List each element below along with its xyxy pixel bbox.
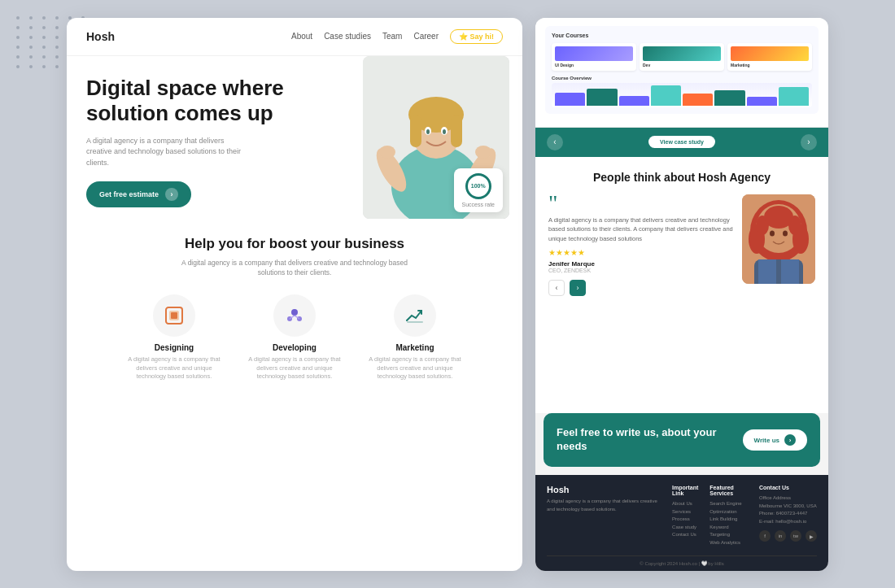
chart-bar-7 xyxy=(747,97,777,105)
footer-service-seo[interactable]: Search Engine Optimization xyxy=(709,500,748,516)
chart-bar-5 xyxy=(683,94,713,105)
footer-col-about: Hosh A digital agency is a company that … xyxy=(547,485,661,547)
nav-link-about[interactable]: About xyxy=(291,32,312,41)
social-youtube-icon[interactable]: ▶ xyxy=(806,530,817,542)
nav-link-case[interactable]: Case studies xyxy=(324,32,371,41)
reviewer-name: Jenifer Marque xyxy=(548,260,734,268)
chart-bar-4 xyxy=(651,85,681,106)
svg-point-10 xyxy=(426,129,430,134)
success-label: Success rate xyxy=(462,202,495,207)
footer-service-keyword[interactable]: Keyword Targeting xyxy=(709,524,748,539)
services-title: Help you for boost your business xyxy=(86,235,503,253)
developing-desc: A digital agency is a company that deliv… xyxy=(246,355,343,381)
success-value: 100% xyxy=(471,183,486,189)
courses-section: Your Courses UI Design Dev Marketing xyxy=(535,18,828,128)
footer-link-about[interactable]: About Us xyxy=(672,500,698,508)
navbar: Hosh About Case studies Team Career ⭐ Sa… xyxy=(67,18,522,56)
footer-contact-city: Melbourne VIC 3000, USA xyxy=(759,503,817,511)
footer-links-title: Important Link xyxy=(672,485,698,496)
testimonial-content: " A digital agency is a company that del… xyxy=(548,194,734,296)
designing-icon xyxy=(153,294,195,337)
service-item-marketing: Marketing A digital agency is a company … xyxy=(366,294,464,381)
write-us-label: Write us xyxy=(754,437,779,444)
footer-link-case[interactable]: Case study xyxy=(672,524,698,532)
footer-contact-phone: Phone: 6400723-4447 xyxy=(759,510,817,518)
hero-image: 100% Success rate xyxy=(363,56,509,219)
quote-mark: " xyxy=(548,194,734,212)
reviewer-title: CEO, ZENDESK xyxy=(548,268,734,273)
right-panel: Your Courses UI Design Dev Marketing xyxy=(535,18,828,571)
course-card-img-2 xyxy=(731,46,809,61)
svg-point-13 xyxy=(475,146,491,159)
services-grid: Designing A digital agency is a company … xyxy=(86,294,503,381)
left-panel: Hosh About Case studies Team Career ⭐ Sa… xyxy=(67,18,522,571)
designing-name: Designing xyxy=(155,343,194,352)
nav-sayhi-button[interactable]: ⭐ Say hi! xyxy=(450,29,503,44)
chart-bar-6 xyxy=(714,90,744,105)
case-study-prev-button[interactable]: ‹ xyxy=(547,134,563,150)
reviewer-illustration xyxy=(742,194,815,284)
view-case-study-button[interactable]: View case study xyxy=(648,136,715,148)
svg-point-30 xyxy=(764,206,793,229)
footer-col-links: Important Link About Us Services Process… xyxy=(672,485,698,547)
services-section: Help you for boost your business A digit… xyxy=(67,219,522,381)
chart-bar-3 xyxy=(619,96,649,106)
social-twitter-icon[interactable]: tw xyxy=(790,530,801,542)
case-study-next-button[interactable]: › xyxy=(801,134,817,150)
write-us-section: Feel free to write us, about your needs … xyxy=(544,413,820,467)
courses-header: Your Courses xyxy=(552,33,812,38)
get-estimate-label: Get free estimate xyxy=(99,190,159,198)
svg-point-32 xyxy=(783,230,788,236)
footer-bottom: © Copyright 2024 Hosh.co | 🤍 by Hills xyxy=(547,555,817,566)
footer-grid: Hosh A digital agency is a company that … xyxy=(547,485,817,547)
hero-section: Digital space where solution comes up A … xyxy=(67,56,522,219)
nav-link-team[interactable]: Team xyxy=(382,32,402,41)
footer-service-analytics[interactable]: Web Analytics xyxy=(709,539,748,547)
course-card-0: UI Design xyxy=(552,43,636,71)
nav-logo: Hosh xyxy=(86,30,115,43)
testimonial-next-button[interactable]: › xyxy=(570,280,586,296)
chart-bar-1 xyxy=(555,93,585,106)
testimonial-nav: ‹ › xyxy=(548,280,734,296)
write-us-text: Feel free to write us, about your needs xyxy=(557,426,743,454)
svg-rect-7 xyxy=(451,115,462,147)
nav-link-career[interactable]: Career xyxy=(413,32,439,41)
footer-contact-email: E-mail: hello@hosh.io xyxy=(759,518,817,526)
chart-mini xyxy=(552,83,812,107)
write-us-button[interactable]: Write us › xyxy=(743,429,807,451)
course-card-label-0: UI Design xyxy=(555,63,633,68)
main-wrapper: Hosh About Case studies Team Career ⭐ Sa… xyxy=(0,0,895,588)
testimonial-card: " A digital agency is a company that del… xyxy=(548,194,815,296)
footer-link-contact[interactable]: Contact Us xyxy=(672,531,698,539)
svg-rect-6 xyxy=(410,115,421,147)
chart-bar-8 xyxy=(779,87,809,105)
marketing-desc: A digital agency is a company that deliv… xyxy=(366,355,464,381)
hero-text: Digital space where solution comes up A … xyxy=(86,76,316,208)
service-item-designing: Designing A digital agency is a company … xyxy=(125,294,223,381)
footer-contact-title: Contact Us xyxy=(759,485,817,490)
services-description: A digital agency is a company that deliv… xyxy=(181,258,408,279)
get-estimate-button[interactable]: Get free estimate › xyxy=(86,181,191,207)
svg-point-17 xyxy=(291,309,298,316)
courses-cards: UI Design Dev Marketing xyxy=(552,43,812,71)
footer-col-contact: Contact Us Office Address Melbourne VIC … xyxy=(759,485,817,547)
chart-bar-2 xyxy=(587,89,617,106)
footer-service-link[interactable]: Link Building xyxy=(709,516,748,524)
stars: ★★★★★ xyxy=(548,248,734,257)
testimonials-title: People think about Hosh Agency xyxy=(548,170,815,185)
footer-col-services: Featured Services Search Engine Optimiza… xyxy=(709,485,748,547)
social-facebook-icon[interactable]: f xyxy=(759,530,771,542)
success-badge: 100% Success rate xyxy=(454,168,503,212)
nav-links: About Case studies Team Career ⭐ Say hi! xyxy=(291,29,503,44)
footer-services-title: Featured Services xyxy=(709,485,748,496)
testimonial-text: A digital agency is a company that deliv… xyxy=(548,216,734,243)
developing-name: Developing xyxy=(273,343,317,352)
marketing-name: Marketing xyxy=(395,343,434,352)
footer-link-services[interactable]: Services xyxy=(672,508,698,516)
testimonial-prev-button[interactable]: ‹ xyxy=(548,280,565,296)
social-linkedin-icon[interactable]: in xyxy=(775,530,786,542)
testimonials-section: People think about Hosh Agency " A digit… xyxy=(535,157,828,414)
footer-link-process[interactable]: Process xyxy=(672,516,698,524)
footer-social: f in tw ▶ xyxy=(759,530,817,542)
svg-rect-22 xyxy=(407,321,423,323)
